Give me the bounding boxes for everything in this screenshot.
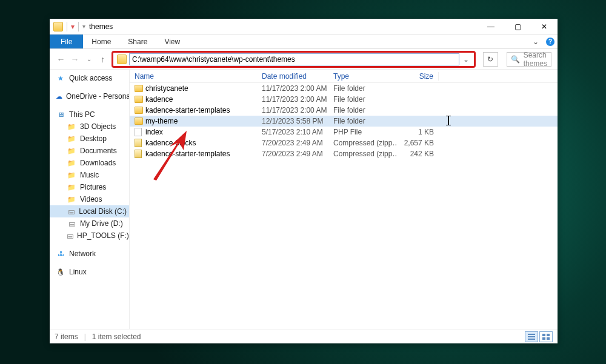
sidebar-item-music[interactable]: 📁Music: [50, 169, 129, 181]
tab-view[interactable]: View: [156, 35, 188, 48]
status-selection: 1 item selected: [92, 333, 141, 341]
desktop-background: ▾ ▾ themes — ▢ ✕ File Home Share View ⌄ …: [0, 0, 606, 364]
sidebar-item-label: This PC: [69, 110, 95, 119]
generic-icon: 📁: [67, 194, 76, 204]
details-view-button[interactable]: [525, 331, 538, 342]
file-row[interactable]: kadence-starter-templates11/17/2023 2:00…: [130, 105, 558, 116]
sidebar-item-label: Network: [69, 250, 96, 258]
quick-access-toolbar: ▾ ▾: [53, 22, 85, 31]
qat-overflow-icon[interactable]: ▾: [71, 22, 75, 31]
cell-type: File folder: [333, 117, 396, 125]
file-row[interactable]: kadence-starter-templates7/20/2023 2:49 …: [130, 148, 558, 159]
col-type[interactable]: Type: [333, 72, 396, 81]
status-bar: 7 items | 1 item selected: [50, 329, 558, 343]
zip-icon: [135, 150, 145, 158]
sidebar-item-hp-tools-f-[interactable]: 🖴HP_TOOLS (F:): [50, 230, 129, 242]
tab-share[interactable]: Share: [119, 35, 156, 48]
recent-locations-button[interactable]: ⌄: [84, 56, 94, 62]
file-row[interactable]: christycanete11/17/2023 2:00 AMFile fold…: [130, 83, 558, 94]
text-cursor-icon: [448, 116, 449, 125]
qat-divider-2: [78, 22, 79, 31]
sidebar-item-3d-objects[interactable]: 📁3D Objects: [50, 121, 129, 133]
cell-size: 1 KB: [396, 128, 439, 136]
sidebar-item-local-disk-c-[interactable]: 🖴Local Disk (C:): [50, 205, 129, 217]
folder-icon: [135, 117, 145, 125]
col-date[interactable]: Date modified: [262, 72, 333, 81]
folder-icon: [135, 107, 145, 114]
search-icon: 🔍: [511, 55, 520, 64]
file-list-pane: Name Date modified Type Size christycane…: [130, 70, 558, 329]
folder-icon: [135, 96, 145, 103]
generic-icon: 📁: [67, 146, 76, 156]
sidebar-item-videos[interactable]: 📁Videos: [50, 193, 129, 205]
sidebar-item-network[interactable]: 🖧Network: [50, 248, 129, 260]
col-size[interactable]: Size: [396, 72, 439, 81]
address-input[interactable]: [129, 53, 459, 65]
back-button[interactable]: ←: [56, 55, 66, 64]
generic-icon: 📁: [67, 182, 76, 192]
maximize-button[interactable]: ▢: [504, 19, 531, 35]
close-button[interactable]: ✕: [531, 19, 558, 35]
tab-share-label: Share: [128, 38, 147, 46]
cell-size: 242 KB: [396, 150, 439, 158]
folder-icon: [135, 85, 145, 92]
qat-dropdown-icon[interactable]: ▾: [82, 23, 85, 30]
cell-name: kadence-starter-templates: [145, 150, 262, 158]
disk-icon: 🖴: [67, 219, 76, 228]
window-controls: — ▢ ✕: [478, 19, 558, 35]
sidebar-item-label: Videos: [80, 195, 102, 204]
generic-icon: 📁: [67, 158, 76, 168]
generic-icon: 📁: [67, 134, 76, 144]
column-headers: Name Date modified Type Size: [130, 70, 558, 83]
col-name[interactable]: Name: [135, 72, 262, 81]
file-row[interactable]: kadence-blocks7/20/2023 2:49 AMCompresse…: [130, 137, 558, 148]
file-row[interactable]: my-theme12/1/2023 5:58 PMFile folder: [130, 116, 558, 127]
address-dropdown-icon[interactable]: ⌄: [459, 55, 473, 64]
minimize-button[interactable]: —: [478, 19, 504, 35]
file-row[interactable]: index5/17/2023 2:10 AMPHP File1 KB: [130, 127, 558, 137]
cell-name: kadence-starter-templates: [145, 106, 262, 114]
svg-rect-3: [542, 334, 545, 336]
sidebar-item-label: Quick access: [69, 74, 112, 82]
cell-date: 12/1/2023 5:58 PM: [262, 117, 333, 125]
cell-type: Compressed (zipp…: [333, 150, 396, 158]
refresh-button[interactable]: ↻: [483, 52, 498, 67]
svg-rect-5: [542, 337, 545, 340]
address-bar: ⌄: [112, 51, 476, 68]
file-rows: christycanete11/17/2023 2:00 AMFile fold…: [130, 83, 558, 329]
forward-button[interactable]: →: [70, 55, 80, 64]
sidebar-item-downloads[interactable]: 📁Downloads: [50, 157, 129, 169]
sidebar-item-label: Local Disk (C:): [79, 207, 127, 216]
help-button[interactable]: ?: [543, 35, 558, 48]
up-button[interactable]: ↑: [98, 55, 108, 64]
sidebar-item-label: Desktop: [80, 134, 107, 143]
sidebar-item-onedrive-personal[interactable]: ☁OneDrive - Personal: [50, 90, 129, 102]
tab-file[interactable]: File: [50, 35, 83, 48]
sidebar-item-desktop[interactable]: 📁Desktop: [50, 133, 129, 145]
window-folder-icon: [53, 22, 63, 31]
ribbon-expand-button[interactable]: ⌄: [528, 35, 543, 48]
title-bar: ▾ ▾ themes — ▢ ✕: [50, 19, 558, 35]
tab-home[interactable]: Home: [83, 35, 119, 48]
sidebar-item-this-pc[interactable]: 🖥This PC: [50, 108, 129, 121]
cell-name: kadence-blocks: [145, 139, 262, 147]
tab-file-label: File: [61, 38, 72, 46]
cell-name: christycanete: [145, 84, 262, 93]
search-box[interactable]: 🔍 Search themes: [507, 52, 551, 67]
sidebar-item-documents[interactable]: 📁Documents: [50, 145, 129, 157]
sidebar-item-linux[interactable]: 🐧Linux: [50, 266, 129, 278]
ribbon-tabs: File Home Share View ⌄ ?: [50, 35, 558, 49]
tab-view-label: View: [164, 38, 180, 46]
cell-date: 11/17/2023 2:00 AM: [262, 84, 333, 93]
disk-icon: 🖴: [67, 231, 73, 240]
svg-rect-2: [528, 339, 535, 340]
cell-date: 7/20/2023 2:49 AM: [262, 150, 333, 158]
zip-icon: [135, 139, 145, 147]
sidebar-item-pictures[interactable]: 📁Pictures: [50, 181, 129, 193]
sidebar-item-quick-access[interactable]: ★Quick access: [50, 72, 129, 84]
file-row[interactable]: kadence11/17/2023 2:00 AMFile folder: [130, 94, 558, 105]
large-icons-view-button[interactable]: [539, 331, 553, 342]
sidebar-item-my-drive-d-[interactable]: 🖴My Drive (D:): [50, 217, 129, 230]
close-icon: ✕: [541, 22, 547, 31]
svg-rect-6: [547, 337, 550, 340]
